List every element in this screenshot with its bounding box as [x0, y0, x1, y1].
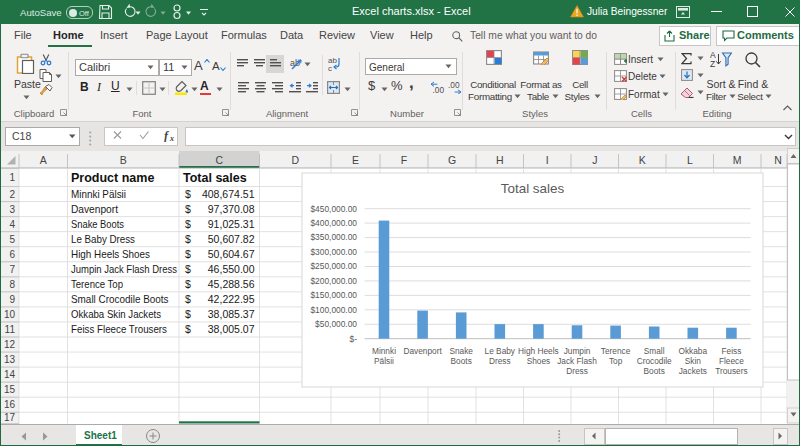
svg-text:$: $ [185, 308, 191, 320]
svg-text:H: H [496, 154, 504, 166]
svg-text:$300,000.00: $300,000.00 [310, 247, 357, 257]
svg-text:Skin: Skin [685, 356, 702, 366]
svg-text:Feiss: Feiss [721, 346, 741, 356]
svg-text:I: I [546, 154, 549, 166]
svg-text:$: $ [185, 233, 191, 245]
svg-text:Feiss Fleece Trousers: Feiss Fleece Trousers [71, 324, 167, 335]
svg-text:8: 8 [9, 279, 15, 290]
svg-text:Dress: Dress [566, 366, 588, 376]
svg-text:$: $ [185, 218, 191, 230]
svg-text:11: 11 [5, 324, 16, 335]
svg-text:Fleece: Fleece [719, 356, 744, 366]
svg-text:10: 10 [4, 309, 16, 320]
svg-text:N: N [774, 154, 782, 166]
svg-text:Le Baby Dress: Le Baby Dress [71, 234, 135, 245]
svg-text:17: 17 [4, 412, 16, 423]
svg-text:5: 5 [9, 234, 15, 245]
svg-text:$200,000.00: $200,000.00 [310, 276, 357, 286]
svg-text:$: $ [185, 188, 191, 200]
svg-text:1: 1 [9, 172, 15, 183]
svg-text:Dress: Dress [489, 356, 511, 366]
svg-text:Jackets: Jackets [679, 366, 707, 376]
svg-text:Crocodile: Crocodile [637, 356, 672, 366]
svg-text:Snake: Snake [449, 346, 473, 356]
svg-text:$100,000.00: $100,000.00 [310, 305, 357, 315]
svg-text:Minnki Pälsii: Minnki Pälsii [71, 189, 126, 200]
svg-text:50,607.82: 50,607.82 [208, 233, 255, 245]
svg-text:Trousers: Trousers [715, 366, 747, 376]
svg-text:$: $ [185, 263, 191, 275]
svg-text:4: 4 [9, 219, 15, 230]
svg-text:Boots: Boots [451, 356, 472, 366]
svg-text:Pälsii: Pälsii [374, 356, 394, 366]
svg-text:D: D [291, 154, 299, 166]
svg-text:9: 9 [9, 294, 15, 305]
svg-text:$: $ [185, 203, 191, 215]
svg-text:Small: Small [644, 346, 665, 356]
svg-text:F: F [401, 154, 407, 166]
svg-text:3: 3 [9, 204, 15, 215]
svg-text:Product name: Product name [71, 171, 154, 185]
svg-text:$250,000.00: $250,000.00 [310, 261, 357, 271]
svg-text:6: 6 [9, 249, 15, 260]
svg-text:G: G [448, 154, 456, 166]
svg-text:$: $ [185, 293, 191, 305]
svg-text:45,288.56: 45,288.56 [208, 278, 255, 290]
svg-text:$450,000.00: $450,000.00 [310, 204, 357, 214]
svg-text:Total sales: Total sales [183, 171, 247, 185]
svg-text:$: $ [185, 248, 191, 260]
svg-text:Jumpin: Jumpin [564, 346, 591, 356]
svg-text:$400,000.00: $400,000.00 [310, 218, 357, 228]
svg-text:C: C [215, 154, 223, 166]
svg-text:High Heels: High Heels [518, 346, 559, 356]
svg-text:Total sales: Total sales [501, 181, 565, 196]
svg-text:50,604.67: 50,604.67 [208, 248, 255, 260]
svg-text:K: K [639, 154, 646, 166]
svg-text:$50,000.00: $50,000.00 [315, 319, 357, 329]
svg-text:15: 15 [4, 384, 16, 395]
svg-text:Le Baby: Le Baby [485, 346, 516, 356]
svg-text:J: J [592, 154, 597, 166]
svg-text:Terence Top: Terence Top [71, 279, 123, 290]
svg-text:$-: $- [350, 334, 358, 344]
svg-text:408,674.51: 408,674.51 [202, 188, 255, 200]
svg-text:$: $ [185, 323, 191, 335]
svg-text:14: 14 [4, 369, 16, 380]
svg-text:13: 13 [4, 354, 16, 365]
svg-text:A: A [40, 154, 47, 166]
svg-text:46,550.00: 46,550.00 [208, 263, 255, 275]
svg-text:Davenport: Davenport [71, 204, 118, 215]
svg-text:M: M [733, 154, 742, 166]
svg-text:16: 16 [4, 399, 16, 410]
svg-text:42,222.95: 42,222.95 [208, 293, 255, 305]
svg-text:38,005.07: 38,005.07 [208, 323, 255, 335]
svg-text:Davenport: Davenport [403, 346, 442, 356]
svg-text:7: 7 [9, 264, 15, 275]
svg-text:Minnki: Minnki [372, 346, 396, 356]
svg-text:E: E [352, 154, 359, 166]
svg-text:$350,000.00: $350,000.00 [310, 232, 357, 242]
svg-text:Jumpin Jack Flash Dress: Jumpin Jack Flash Dress [71, 264, 177, 275]
svg-text:91,025.31: 91,025.31 [208, 218, 255, 230]
svg-text:Okkaba Skin Jackets: Okkaba Skin Jackets [71, 309, 161, 320]
svg-text:L: L [687, 154, 693, 166]
svg-text:Okkaba: Okkaba [679, 346, 708, 356]
svg-text:Terence: Terence [601, 346, 631, 356]
svg-text:Jack Flash: Jack Flash [557, 356, 597, 366]
svg-text:$: $ [185, 278, 191, 290]
svg-text:97,370.08: 97,370.08 [208, 203, 255, 215]
svg-text:2: 2 [9, 189, 15, 200]
svg-text:B: B [120, 154, 127, 166]
svg-text:Boots: Boots [644, 366, 665, 376]
svg-text:12: 12 [4, 339, 16, 350]
svg-text:Small Crocodile Boots: Small Crocodile Boots [71, 294, 169, 305]
svg-text:Top: Top [609, 356, 623, 366]
svg-text:38,085.37: 38,085.37 [208, 308, 255, 320]
svg-text:$150,000.00: $150,000.00 [310, 290, 357, 300]
svg-text:High Heels Shoes: High Heels Shoes [71, 249, 150, 260]
svg-text:Snake Boots: Snake Boots [71, 219, 124, 230]
svg-text:Shoes: Shoes [527, 356, 551, 366]
